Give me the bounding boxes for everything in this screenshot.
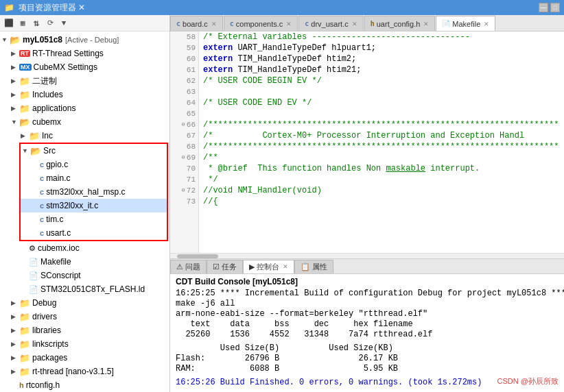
ld-icon: 📄: [29, 285, 38, 294]
code-line-68: /***************************************…: [203, 141, 560, 152]
watermark: CSDN @孙辰所致: [497, 376, 559, 387]
sidebar-item-it-c[interactable]: c stm32l0xx_it.c: [21, 199, 167, 212]
sidebar-item-inc[interactable]: ▶ 📁 Inc: [0, 129, 169, 143]
project-icon: 📂: [10, 35, 21, 45]
console-line-5: 25260 1536 4552 31348 7a74 rtthread.elf: [176, 330, 559, 339]
sidebar-item-src[interactable]: ▼ 📂 Src: [21, 144, 167, 158]
sync-button[interactable]: ⇅: [30, 17, 43, 29]
tim-c-label: tim.c: [46, 215, 63, 224]
code-line-69: /**: [203, 152, 560, 163]
console-area[interactable]: CDT Build Console [myL051c8] 16:25:25 **…: [170, 274, 564, 392]
gpio-c-label: gpio.c: [46, 160, 68, 169]
sidebar-item-hal-msp-c[interactable]: c stm32l0xx_hal_msp.c: [21, 185, 167, 199]
board-c-close[interactable]: ✕: [211, 21, 217, 27]
sidebar-item-applications[interactable]: ▶ 📁 applications: [0, 101, 169, 115]
console-line-2: make -j6 all: [176, 299, 559, 308]
uart-config-icon: h: [371, 20, 375, 27]
tab-tasks[interactable]: ☑ 任务: [207, 260, 243, 273]
sidebar-item-flash-ld[interactable]: 📄 STM32L051C8Tx_FLASH.ld: [0, 282, 169, 296]
tab-console[interactable]: ▶ 控制台 ✕: [243, 260, 294, 273]
sidebar-item-cubemx[interactable]: ▼ 📂 cubemx: [0, 115, 169, 129]
code-line-71: */: [203, 174, 560, 185]
sconscript-label: SConscript: [40, 271, 81, 280]
tab-drv-usart-c[interactable]: c drv_usart.c ✕: [298, 16, 363, 31]
rtconfig-h-label: rtconfig.h: [26, 380, 60, 390]
includes-icon: 📁: [19, 90, 30, 100]
project-label: myL051c8: [23, 35, 62, 45]
ioc-label: cubemx.ioc: [38, 243, 80, 253]
makefile-tab-icon: 📄: [442, 20, 450, 27]
sidebar-item-rt-thread[interactable]: ▶ 📁 rt-thread [nano-v3.1.5]: [0, 365, 169, 378]
sidebar-item-includes[interactable]: ▶ 📁 Includes: [0, 88, 169, 101]
includes-label: Includes: [32, 90, 63, 99]
makefile-tab-label: Makefile: [452, 20, 480, 28]
line-numbers: 58 59 60 61 62 63 64 65 ⊖66 67 68 ⊖69 70…: [170, 32, 199, 253]
code-line-72: //void NMI_Handler(void): [203, 185, 560, 196]
sidebar-item-tim-c[interactable]: c tim.c: [21, 212, 167, 226]
tab-board-c[interactable]: c board.c ✕: [170, 16, 223, 31]
hal-msp-icon: c: [40, 188, 44, 196]
cubemx-settings-label: CubeMX Settings: [34, 62, 97, 72]
src-folder-icon: 📂: [30, 146, 41, 156]
sidebar-item-libraries[interactable]: ▶ 📁 libraries: [0, 323, 169, 337]
title-bar-title: 项目资源管理器 ✕: [19, 2, 85, 14]
rt-thread-settings-label: RT-Thread Settings: [32, 49, 104, 58]
refresh-button[interactable]: ⟳: [44, 17, 56, 29]
sidebar-item-debug[interactable]: ▶ 📁 Debug: [0, 296, 169, 310]
maximize-button[interactable]: □: [550, 3, 560, 12]
sidebar-item-usart-c[interactable]: c usart.c: [21, 226, 167, 240]
board-c-label: board.c: [183, 20, 208, 28]
sidebar-item-sconscript[interactable]: 📄 SConscript: [0, 269, 169, 282]
gpio-c-icon: c: [40, 160, 44, 169]
tab-properties[interactable]: 📋 属性: [294, 260, 333, 273]
components-c-close[interactable]: ✕: [286, 21, 292, 27]
editor-tabs: c board.c ✕ c components.c ✕ c drv_usart…: [170, 15, 564, 32]
sidebar-item-cubemx-ioc[interactable]: ⚙ cubemx.ioc: [0, 241, 169, 255]
inc-folder-icon: 📁: [29, 131, 40, 141]
project-explorer-icon: 📁: [4, 3, 14, 12]
console-line-3: arm-none-eabi-size --format=berkeley "rt…: [176, 309, 559, 319]
problems-icon: ⚠: [176, 262, 183, 271]
sidebar-item-cubemx-settings[interactable]: ▶ MX CubeMX Settings: [0, 60, 169, 74]
console-close[interactable]: ✕: [283, 263, 288, 270]
code-editor[interactable]: 58 59 60 61 62 63 64 65 ⊖66 67 68 ⊖69 70…: [170, 32, 564, 253]
code-line-73: //{: [203, 196, 560, 207]
editor-scrollbar[interactable]: [170, 253, 564, 258]
sidebar-item-makefile-inner[interactable]: 📄 Makefile: [0, 255, 169, 269]
code-line-59: extern UART_HandleTypeDef hlpuart1;: [203, 42, 560, 53]
menu-button[interactable]: ▼: [58, 17, 70, 29]
console-line-8: RAM: 6088 B 5.95 KB: [176, 364, 559, 373]
tab-uart-config-h[interactable]: h uart_config.h ✕: [364, 16, 436, 31]
console-line-6: Used Size(B) Used Size(KB): [176, 343, 559, 353]
tab-components-c[interactable]: c components.c ✕: [224, 16, 298, 31]
sidebar-item-packages[interactable]: ▶ 📁 packages: [0, 351, 169, 365]
sidebar-item-rtconfig-h[interactable]: h rtconfig.h: [0, 378, 169, 392]
drivers-label: drivers: [32, 312, 57, 321]
makefile-close[interactable]: ✕: [484, 21, 489, 27]
makefile-inner-label: Makefile: [40, 257, 71, 267]
sidebar-item-main-c[interactable]: c main.c: [21, 171, 167, 185]
link-editor-button[interactable]: ▦: [16, 17, 29, 29]
tasks-icon: ☑: [213, 262, 220, 271]
uart-config-close[interactable]: ✕: [423, 21, 429, 27]
code-line-65: [203, 108, 560, 119]
minimize-button[interactable]: —: [539, 3, 548, 12]
sidebar-item-linkscripts[interactable]: ▶ 📁 linkscripts: [0, 337, 169, 351]
sidebar-item-binary[interactable]: ▶ 📁 二进制: [0, 74, 169, 88]
sidebar-item-myL051c8[interactable]: ▼ 📂 myL051c8 [Active - Debug]: [0, 33, 169, 47]
packages-icon: 📁: [19, 353, 30, 363]
sidebar-item-drivers[interactable]: ▶ 📁 drivers: [0, 310, 169, 323]
tab-makefile[interactable]: 📄 Makefile ✕: [436, 16, 495, 31]
drv-usart-close[interactable]: ✕: [352, 21, 357, 27]
libraries-label: libraries: [32, 326, 61, 335]
sconscript-icon: 📄: [29, 271, 38, 280]
sidebar-item-gpio-c[interactable]: c gpio.c: [21, 158, 167, 171]
tab-problems[interactable]: ⚠ 问题: [170, 260, 207, 273]
sidebar-toolbar: ⬛ ▦ ⇅ ⟳ ▼: [0, 15, 169, 32]
uart-config-label: uart_config.h: [377, 20, 421, 28]
right-panel: c board.c ✕ c components.c ✕ c drv_usart…: [170, 15, 564, 392]
it-c-icon: c: [40, 201, 44, 210]
inc-label: Inc: [42, 131, 53, 140]
collapse-all-button[interactable]: ⬛: [3, 17, 15, 29]
sidebar-item-rt-thread-settings[interactable]: ▶ RT RT-Thread Settings: [0, 47, 169, 60]
